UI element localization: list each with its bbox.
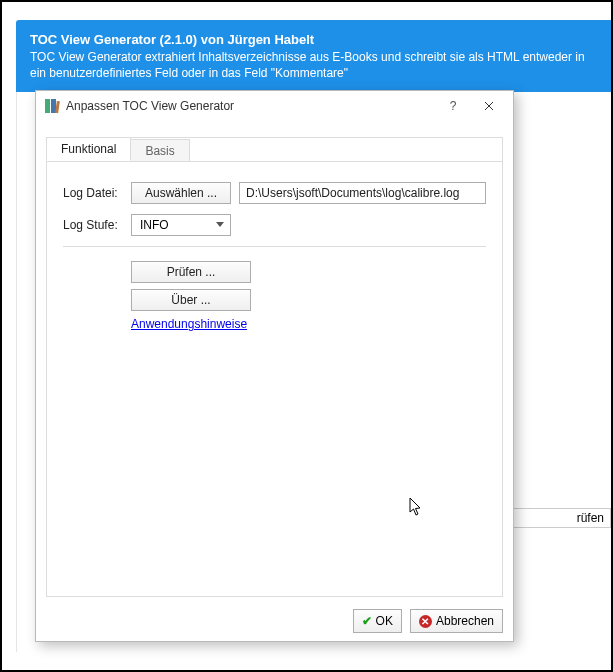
banner-title: TOC View Generator (2.1.0) von Jürgen Ha… — [30, 32, 597, 47]
dialog-title: Anpassen TOC View Generator — [66, 99, 435, 113]
label-log-file: Log Datei: — [63, 186, 131, 200]
close-icon — [484, 101, 494, 111]
banner-description: TOC View Generator extrahiert Inhaltsver… — [30, 49, 597, 81]
cancel-button[interactable]: ✕ Abbrechen — [410, 609, 503, 633]
dialog-titlebar[interactable]: Anpassen TOC View Generator ? — [36, 91, 513, 121]
divider — [63, 246, 486, 247]
svg-rect-1 — [51, 99, 56, 113]
cancel-icon: ✕ — [419, 615, 432, 628]
usage-hints-link[interactable]: Anwendungshinweise — [131, 317, 247, 331]
check-icon: ✔ — [362, 614, 372, 628]
tab-funktional[interactable]: Funktional — [46, 137, 131, 161]
dialog-content: Funktional Basis Log Datei: Auswählen ..… — [46, 137, 503, 597]
ok-button[interactable]: ✔ OK — [353, 609, 402, 633]
choose-log-file-button[interactable]: Auswählen ... — [131, 182, 231, 204]
svg-rect-0 — [45, 99, 50, 113]
log-level-select[interactable]: INFO — [131, 214, 231, 236]
about-button[interactable]: Über ... — [131, 289, 251, 311]
app-icon — [44, 98, 60, 114]
check-button[interactable]: Prüfen ... — [131, 261, 251, 283]
background-check-button[interactable]: rüfen — [511, 508, 611, 528]
log-file-path-field[interactable]: D:\Users\jsoft\Documents\log\calibre.log — [239, 182, 486, 204]
config-dialog: Anpassen TOC View Generator ? Funktional… — [35, 90, 514, 642]
chevron-down-icon — [216, 222, 224, 227]
plugin-banner: TOC View Generator (2.1.0) von Jürgen Ha… — [16, 20, 611, 92]
tab-basis[interactable]: Basis — [130, 139, 189, 161]
close-button[interactable] — [471, 94, 507, 118]
help-button[interactable]: ? — [435, 94, 471, 118]
help-icon: ? — [450, 99, 457, 113]
label-log-level: Log Stufe: — [63, 218, 131, 232]
